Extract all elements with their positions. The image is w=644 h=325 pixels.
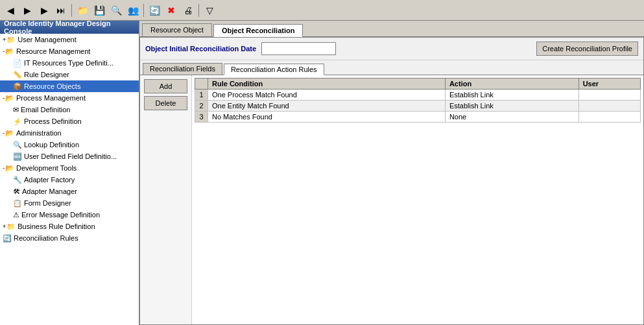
recon-date-row: Object Initial Reconciliation Date Creat… [140,38,643,60]
sidebar-label-administration: Administration [16,129,62,137]
sidebar-item-administration[interactable]: - 📂 Administration [0,127,139,139]
sidebar-label-dev-tools: Development Tools [16,164,77,172]
table-area: Rule Condition Action User [192,75,643,324]
sidebar-item-process-def[interactable]: ⚡ Process Definition [0,115,139,127]
content-area: Resource Object Object Reconciliation Ob… [139,21,644,325]
main-container: Oracle Identity Manager Design Console +… [0,21,644,325]
col-header-rule-condition: Rule Condition [208,78,446,90]
tab-recon-action-rules[interactable]: Reconciliation Action Rules [224,64,324,75]
col-rule-condition-label: Rule Condition [212,80,263,88]
search-button[interactable]: 🔍 [108,3,124,18]
save-button[interactable]: 💾 [91,3,107,18]
row-num: 3 [195,112,208,123]
sidebar-label-resource-objects: Resource Objects [24,82,80,90]
delete-btn-label: Delete [156,99,176,107]
sidebar-item-rule-designer[interactable]: 📏 Rule Designer [0,69,139,80]
expand-icon-admin[interactable]: - [3,130,5,136]
sidebar-item-error-msg[interactable]: ⚠ Error Message Definition [0,209,139,221]
cell-action: None [445,112,578,123]
sidebar-item-email-def[interactable]: ✉ Email Definition [0,104,139,115]
recon-table: Rule Condition Action User [195,78,641,123]
expand-icon-process[interactable]: - [3,95,5,101]
expand-icon-devtools[interactable]: - [3,165,5,171]
tab-resource-object[interactable]: Resource Object [142,23,212,36]
tab-object-reconciliation[interactable]: Object Reconciliation [213,24,303,37]
sidebar-item-adapter-manager[interactable]: 🛠 Adapter Manager [0,186,139,197]
sidebar-label-biz-rule: Business Rule Definition [18,223,95,230]
sidebar-label-adapter-factory: Adapter Factory [24,176,75,184]
tab-recon-fields-label: Reconciliation Fields [150,65,215,73]
sidebar-item-recon-rules[interactable]: 🔄 Reconciliation Rules [0,232,139,244]
separator-3 [198,4,199,17]
add-button[interactable]: Add [144,79,187,93]
sidebar-item-user-defined[interactable]: 🔤 User Defined Field Definitio... [0,150,139,162]
add-btn-label: Add [160,82,173,90]
refresh-button[interactable]: 🔄 [147,3,162,18]
sidebar-label-lookup-def: Lookup Definition [24,141,79,149]
col-action-label: Action [449,80,471,88]
cell-user [578,101,640,112]
sidebar-item-form-designer[interactable]: 📋 Form Designer [0,197,139,209]
sidebar-label-resource-mgmt: Resource Management [16,47,90,55]
forward-button[interactable]: ▶ [19,3,35,18]
table-row[interactable]: 1 One Process Match Found Establish Link [195,90,641,101]
sidebar-label-process-def: Process Definition [24,117,82,125]
sidebar-label-recon-rules: Reconciliation Rules [14,234,78,242]
col-header-action: Action [445,78,578,90]
back-button[interactable]: ◀ [3,3,18,18]
tab-recon-fields[interactable]: Reconciliation Fields [143,63,222,75]
button-column: Add Delete [140,75,192,324]
sidebar-item-resource-objects[interactable]: 📦 Resource Objects [0,80,139,92]
expand-icon-biz[interactable]: + [3,223,6,230]
expand-icon-resource[interactable]: - [3,48,5,54]
cell-user [578,90,640,101]
cell-rule-condition: One Process Match Found [208,90,446,101]
sub-tabs: Reconciliation Fields Reconciliation Act… [140,60,643,75]
inner-content: Add Delete Rule Condition [140,75,643,324]
sidebar-label-error-msg: Error Message Definition [21,211,100,219]
sidebar-item-it-resources[interactable]: 📄 IT Resources Type Definiti... [0,57,139,69]
table-row[interactable]: 3 No Matches Found None [195,112,641,123]
cell-rule-condition: One Entity Match Found [208,101,446,112]
sidebar: Oracle Identity Manager Design Console +… [0,21,139,325]
col-header-num [195,78,208,90]
play-button[interactable]: ▶ [36,3,52,18]
open-button[interactable]: 📁 [75,3,90,18]
recon-date-label: Object Initial Reconciliation Date [145,45,256,53]
delete-rule-button[interactable]: Delete [144,96,187,110]
table-row[interactable]: 2 One Entity Match Found Establish Link [195,101,641,112]
sidebar-item-user-mgmt[interactable]: + 📁 User Management [0,34,139,45]
app-title-text: Oracle Identity Manager Design Console [4,21,135,35]
app-title: Oracle Identity Manager Design Console [0,21,139,34]
print-button[interactable]: 🖨 [180,3,196,18]
filter-button[interactable]: ▽ [202,3,217,18]
sidebar-item-lookup-def[interactable]: 🔍 Lookup Definition [0,139,139,150]
tab-resource-object-label: Resource Object [150,26,204,34]
sidebar-item-process-mgmt[interactable]: - 📂 Process Management [0,92,139,104]
sidebar-label-email-def: Email Definition [21,106,70,114]
toolbar: ◀ ▶ ▶ ⏭ 📁 💾 🔍 👥 🔄 ✖ 🖨 ▽ [0,0,644,21]
sidebar-label-form-designer: Form Designer [24,199,71,207]
create-profile-btn-label: Create Reconciliation Profile [542,45,632,53]
sidebar-item-adapter-factory[interactable]: 🔧 Adapter Factory [0,174,139,186]
skip-button[interactable]: ⏭ [53,3,69,18]
sidebar-label-adapter-manager: Adapter Manager [22,187,77,195]
sidebar-label-process-mgmt: Process Management [16,94,86,102]
col-user-label: User [583,80,599,88]
recon-date-input[interactable] [261,42,336,55]
sidebar-item-biz-rule[interactable]: + 📁 Business Rule Definition [0,221,139,232]
sidebar-label-user-mgmt: User Management [18,36,77,43]
expand-icon[interactable]: + [3,36,6,43]
cell-action: Establish Link [445,101,578,112]
sidebar-item-resource-mgmt[interactable]: - 📂 Resource Management [0,45,139,57]
row-num: 1 [195,90,208,101]
create-profile-button[interactable]: Create Reconciliation Profile [536,42,638,56]
separator-2 [143,4,144,17]
delete-button[interactable]: ✖ [163,3,179,18]
content-panel: Object Initial Reconciliation Date Creat… [139,37,644,325]
sidebar-item-dev-tools[interactable]: - 📂 Development Tools [0,162,139,174]
people-button[interactable]: 👥 [125,3,141,18]
recon-date-label-text: Object Initial Reconciliation Date [145,45,256,53]
sidebar-label-user-defined: User Defined Field Definitio... [24,152,117,160]
sidebar-label-rule-designer: Rule Designer [24,71,69,78]
